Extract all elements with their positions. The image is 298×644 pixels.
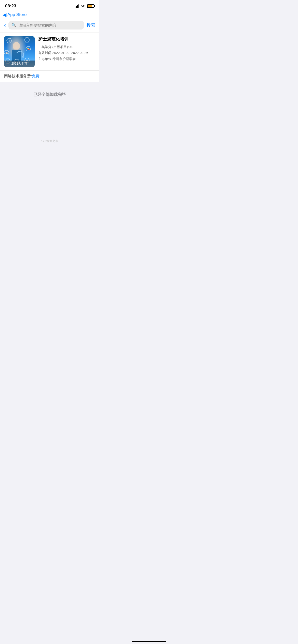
signal-bar-1 xyxy=(75,7,75,8)
status-time: 08:23 xyxy=(5,4,16,9)
course-thumbnail: ⚕ ♥ 💊 🏥 ✚ 👁 🧬 2061人学习 xyxy=(4,36,35,67)
search-icon: 🔍 xyxy=(11,23,16,27)
app-store-nav: ◀ App Store xyxy=(0,11,99,19)
signal-bar-2 xyxy=(76,6,77,8)
battery-icon xyxy=(87,4,94,8)
load-complete-area: 已经全部加载完毕 K73游戏之家 xyxy=(0,82,99,214)
svg-text:💊: 💊 xyxy=(27,48,30,51)
svg-text:⚕: ⚕ xyxy=(9,40,10,42)
watermark: K73游戏之家 xyxy=(41,139,59,143)
signal-bar-3 xyxy=(77,5,78,8)
svg-text:♥: ♥ xyxy=(26,39,28,41)
content-area: ⚕ ♥ 💊 🏥 ✚ 👁 🧬 2061人学习 护士规范化培训 xyxy=(0,33,99,214)
status-bar: 08:23 5G xyxy=(0,0,99,11)
app-store-back-label: App Store xyxy=(7,12,27,17)
service-fee-value: 免费 xyxy=(32,74,39,78)
app-store-back-button[interactable]: ◀ App Store xyxy=(3,12,27,17)
signal-bar-4 xyxy=(78,4,79,8)
course-title: 护士规范化培训 xyxy=(38,36,95,42)
thumbnail-learner-count: 2061人学习 xyxy=(4,61,35,67)
search-input[interactable] xyxy=(18,23,81,27)
course-card[interactable]: ⚕ ♥ 💊 🏥 ✚ 👁 🧬 2061人学习 护士规范化培训 xyxy=(0,33,99,71)
load-complete-text: 已经全部加载完毕 xyxy=(4,92,95,97)
course-organizer: 主办单位:徐州市护理学会 xyxy=(38,56,95,62)
svg-point-0 xyxy=(13,42,20,50)
search-back-button[interactable]: ‹ xyxy=(4,22,6,28)
network-type: 5G xyxy=(81,4,86,8)
service-fee-row: 网络技术服务费:免费 xyxy=(0,71,99,82)
svg-text:🏥: 🏥 xyxy=(5,51,8,54)
service-fee-label: 网络技术服务费: xyxy=(4,74,32,78)
battery-fill xyxy=(88,5,92,7)
course-meta: 二类学分 (市级项目):0.0 有效时间:2022-01-20~2022-02-… xyxy=(38,44,95,62)
course-info: 护士规范化培训 二类学分 (市级项目):0.0 有效时间:2022-01-20~… xyxy=(38,36,95,62)
search-row: ‹ 🔍 搜索 xyxy=(0,19,99,33)
search-button[interactable]: 搜索 xyxy=(87,22,95,28)
course-valid-time: 有效时间:2022-01-20~2022-02-26 xyxy=(38,50,95,56)
status-right: 5G xyxy=(75,4,94,8)
search-input-wrapper[interactable]: 🔍 xyxy=(8,21,84,30)
back-arrow-icon: ◀ xyxy=(3,12,6,17)
course-credit: 二类学分 (市级项目):0.0 xyxy=(38,44,95,50)
signal-bars-icon xyxy=(75,4,79,8)
svg-point-2 xyxy=(22,56,24,58)
